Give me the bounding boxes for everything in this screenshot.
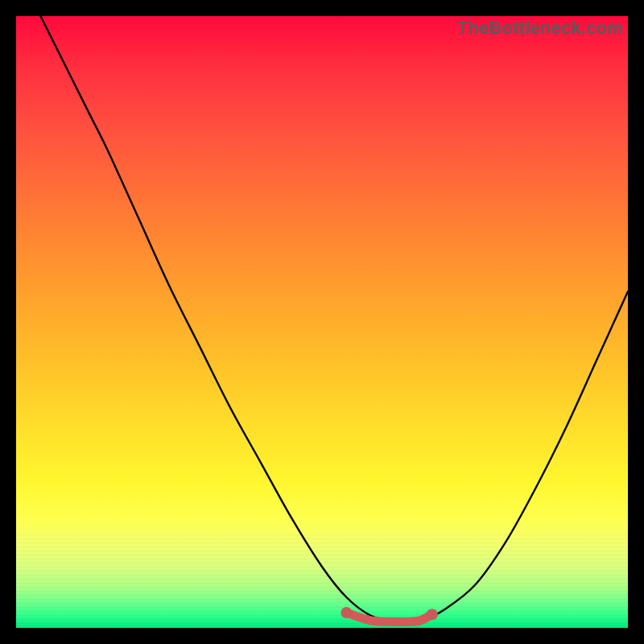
segment-endpoint-left [341,607,352,618]
bottom-highlight-segment [346,613,431,622]
plot-area: TheBottleneck.com [16,16,628,628]
segment-endpoint-right [427,609,438,620]
curve-layer [16,16,628,628]
chart-frame: TheBottleneck.com [0,0,644,644]
bottleneck-curve [16,0,628,623]
